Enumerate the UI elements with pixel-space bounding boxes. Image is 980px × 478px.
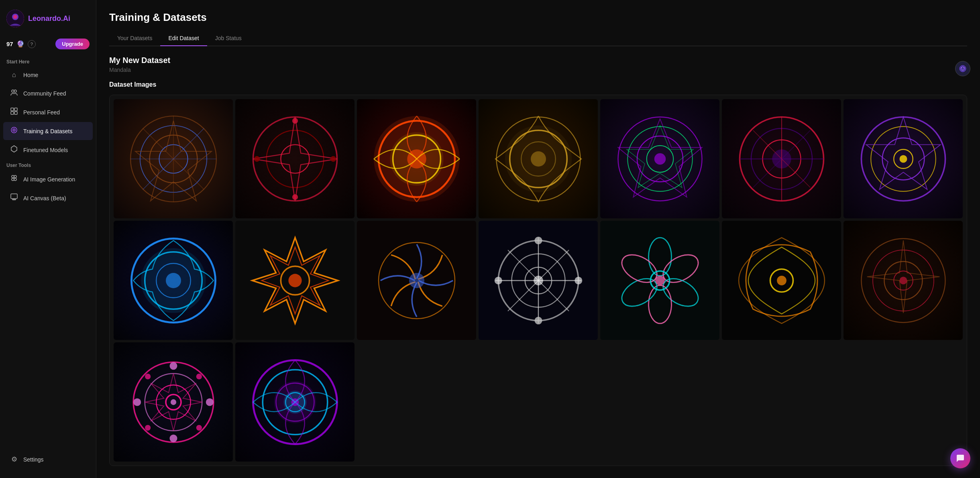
svg-point-3 xyxy=(12,90,14,92)
dataset-image-3[interactable] xyxy=(357,99,476,218)
svg-point-72 xyxy=(165,273,181,288)
logo-name: Leonardo xyxy=(28,14,61,22)
dataset-image-grid xyxy=(109,95,967,466)
dataset-image-2[interactable] xyxy=(235,99,355,218)
canvas-icon xyxy=(10,193,18,203)
ai-image-icon xyxy=(10,175,18,184)
section-title: Dataset Images xyxy=(109,81,967,88)
svg-point-91 xyxy=(648,238,671,276)
svg-point-119 xyxy=(170,399,176,405)
training-icon xyxy=(10,126,18,136)
dataset-image-empty-4 xyxy=(722,342,841,462)
sidebar-item-label: Community Feed xyxy=(23,90,66,97)
sidebar-item-label: Finetuned Models xyxy=(23,147,68,153)
dataset-image-8[interactable] xyxy=(114,221,233,340)
token-count: 97 xyxy=(6,41,13,47)
tab-job-status[interactable]: Job Status xyxy=(207,31,250,46)
sidebar-item-personal-feed[interactable]: Personal Feed xyxy=(3,103,93,121)
svg-point-46 xyxy=(530,151,546,166)
dataset-name: My New Dataset xyxy=(109,56,967,65)
dataset-image-10[interactable] xyxy=(357,221,476,340)
svg-point-11 xyxy=(14,130,14,130)
dataset-image-11[interactable] xyxy=(479,221,598,340)
svg-point-76 xyxy=(288,274,302,287)
chat-button[interactable] xyxy=(950,448,970,468)
sidebar-item-home[interactable]: ⌂ Home xyxy=(3,67,93,83)
sidebar-header: Leonardo.Ai xyxy=(0,6,96,35)
svg-point-29 xyxy=(253,117,337,201)
sidebar-item-finetuned-models[interactable]: Finetuned Models xyxy=(3,141,93,159)
svg-point-30 xyxy=(266,130,324,187)
sidebar-item-label: Home xyxy=(23,72,38,78)
dataset-image-empty-3 xyxy=(600,342,719,462)
svg-point-100 xyxy=(777,276,786,285)
sidebar-item-settings[interactable]: ⚙ Settings xyxy=(3,451,93,468)
svg-point-116 xyxy=(133,398,141,406)
ai-assistant-button[interactable] xyxy=(955,61,970,76)
dataset-image-12[interactable] xyxy=(600,221,719,340)
dataset-image-6[interactable] xyxy=(722,99,841,218)
svg-rect-8 xyxy=(14,112,17,114)
sidebar-item-label: AI Image Generation xyxy=(23,176,75,183)
sidebar-item-training-datasets[interactable]: Training & Datasets xyxy=(3,122,93,140)
dataset-image-13[interactable] xyxy=(722,221,841,340)
svg-point-14 xyxy=(12,178,14,181)
help-button[interactable]: ? xyxy=(28,40,36,48)
page-title: Training & Datasets xyxy=(109,11,967,24)
svg-point-130 xyxy=(964,67,965,69)
svg-point-13 xyxy=(14,175,16,178)
dataset-image-16[interactable] xyxy=(235,342,355,462)
dataset-image-empty-2 xyxy=(479,342,598,462)
sidebar-item-label: Settings xyxy=(23,456,44,463)
svg-point-90 xyxy=(534,276,543,285)
svg-rect-16 xyxy=(11,194,17,199)
svg-point-88 xyxy=(494,277,502,284)
dataset-image-1[interactable] xyxy=(114,99,233,218)
start-here-label: Start Here xyxy=(0,56,96,66)
svg-point-36 xyxy=(330,156,336,161)
sidebar: Leonardo.Ai 97 🔮 ? Upgrade Start Here ⌂ … xyxy=(0,0,96,478)
sidebar-item-ai-image-generation[interactable]: AI Image Generation xyxy=(3,170,93,188)
sidebar-item-community-feed[interactable]: Community Feed xyxy=(3,84,93,102)
community-icon xyxy=(10,89,18,98)
dataset-image-9[interactable] xyxy=(235,221,355,340)
dataset-image-14[interactable] xyxy=(843,221,963,340)
dataset-image-7[interactable] xyxy=(843,99,963,218)
sidebar-item-label: Personal Feed xyxy=(23,109,60,116)
dataset-tag: Mandala xyxy=(109,67,967,73)
sidebar-item-ai-canvas[interactable]: AI Canvas (Beta) xyxy=(3,189,93,207)
token-row: 97 🔮 ? Upgrade xyxy=(0,35,96,56)
svg-point-89 xyxy=(575,277,582,284)
svg-rect-7 xyxy=(11,112,14,114)
svg-point-12 xyxy=(12,175,14,178)
svg-point-98 xyxy=(655,276,665,285)
user-tools-label: User Tools xyxy=(0,159,96,170)
svg-point-33 xyxy=(292,118,297,123)
svg-point-127 xyxy=(960,65,966,72)
sidebar-item-label: AI Canvas (Beta) xyxy=(23,195,66,201)
dataset-image-5[interactable] xyxy=(600,99,719,218)
personal-feed-icon xyxy=(10,108,18,117)
upgrade-button[interactable]: Upgrade xyxy=(55,39,90,49)
svg-point-87 xyxy=(534,317,542,324)
svg-point-112 xyxy=(206,398,213,406)
dataset-image-4[interactable] xyxy=(479,99,598,218)
svg-rect-5 xyxy=(11,108,14,111)
main-content: Training & Datasets Your Datasets Edit D… xyxy=(96,0,980,478)
settings-icon: ⚙ xyxy=(10,455,18,464)
svg-rect-6 xyxy=(14,108,17,111)
dataset-image-15[interactable] xyxy=(114,342,233,462)
tab-your-datasets[interactable]: Your Datasets xyxy=(109,31,160,46)
svg-point-114 xyxy=(169,434,177,442)
tabs: Your Datasets Edit Dataset Job Status xyxy=(109,31,967,46)
tab-edit-dataset[interactable]: Edit Dataset xyxy=(160,31,207,46)
avatar xyxy=(6,10,24,27)
svg-point-86 xyxy=(534,236,542,244)
svg-point-2 xyxy=(13,15,17,19)
svg-point-94 xyxy=(648,285,671,323)
svg-point-129 xyxy=(961,67,962,69)
svg-point-35 xyxy=(254,156,259,161)
token-icon: 🔮 xyxy=(16,40,24,48)
logo-text: Leonardo.Ai xyxy=(28,14,70,23)
svg-point-51 xyxy=(654,153,666,165)
